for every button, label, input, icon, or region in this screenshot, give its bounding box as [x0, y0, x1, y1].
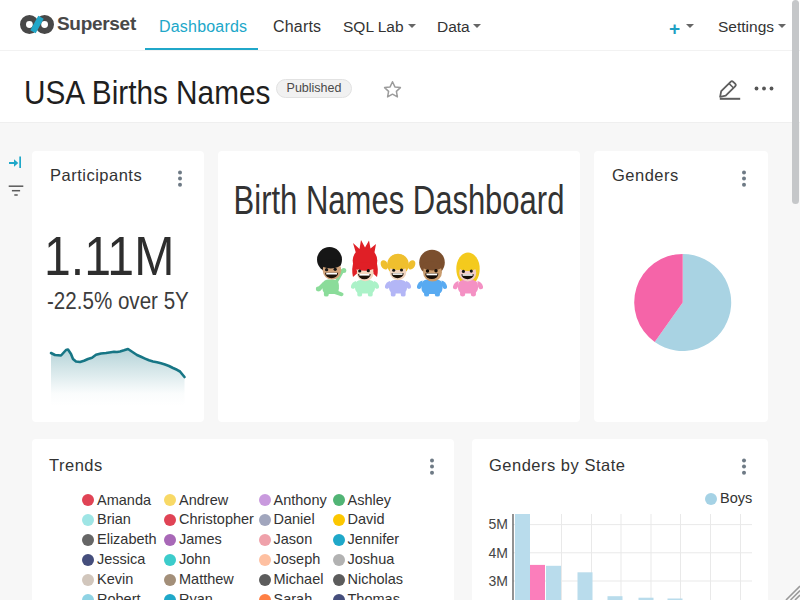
svg-text:5M: 5M	[489, 516, 508, 532]
svg-text:4M: 4M	[489, 545, 508, 561]
svg-text:3M: 3M	[489, 573, 508, 589]
